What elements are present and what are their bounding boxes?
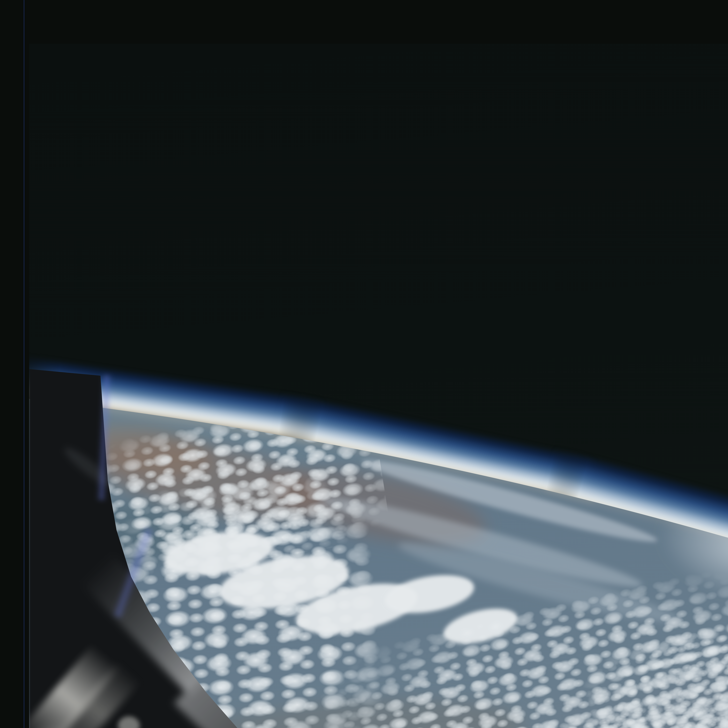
photograph: [29, 44, 728, 728]
sill-faint-highlight: [118, 716, 140, 728]
film-frame: 072 733 9TS85 212835 87084 1: [0, 0, 728, 728]
film-scratch-line: [24, 0, 24, 728]
